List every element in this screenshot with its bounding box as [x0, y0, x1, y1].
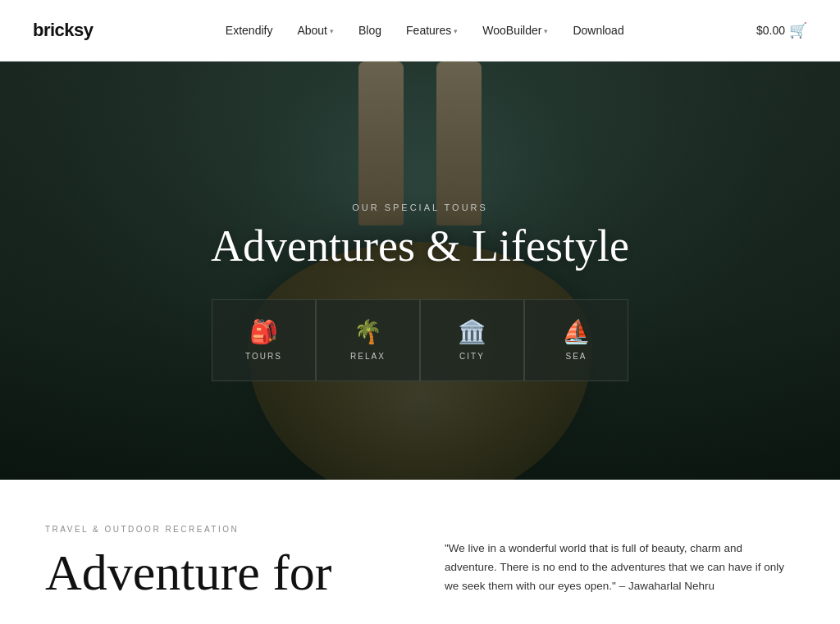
lower-right: "We live in a wonderful world that is fu…: [445, 525, 795, 598]
cart-price: $0.00: [756, 24, 785, 37]
cart-area[interactable]: $0.00 🛒: [756, 21, 807, 39]
lower-left: TRAVEL & OUTDOOR RECREATION Adventure fo…: [45, 525, 395, 598]
cart-icon: 🛒: [789, 21, 807, 39]
site-header: bricksy ExtendifyAbout▾BlogFeatures▾WooB…: [0, 0, 840, 61]
hero-content: OUR SPECIAL TOURS Adventures & Lifestyle…: [133, 203, 707, 381]
city-icon: 🏛️: [458, 321, 486, 344]
nav-item-extendify[interactable]: Extendify: [216, 17, 283, 43]
lower-title: Adventure for: [45, 547, 395, 598]
nav-label: Blog: [358, 24, 381, 37]
tour-cards-row: 🎒TOURS🌴RELAX🏛️CITY⛵SEA: [133, 299, 707, 381]
tour-card-relax[interactable]: 🌴RELAX: [316, 299, 420, 381]
tour-card-label: SEA: [565, 352, 587, 361]
tour-card-label: RELAX: [350, 352, 386, 361]
tour-card-tours[interactable]: 🎒TOURS: [212, 299, 316, 381]
relax-icon: 🌴: [354, 321, 382, 344]
chevron-down-icon: ▾: [544, 27, 548, 35]
nav-item-blog[interactable]: Blog: [349, 17, 391, 43]
hero-title: Adventures & Lifestyle: [133, 222, 707, 271]
lower-category: TRAVEL & OUTDOOR RECREATION: [45, 525, 395, 534]
nav-label: Extendify: [226, 24, 273, 37]
nav-label: About: [297, 24, 327, 37]
nav-item-about[interactable]: About▾: [287, 17, 344, 43]
hero-subtitle: OUR SPECIAL TOURS: [133, 203, 707, 212]
lower-section: TRAVEL & OUTDOOR RECREATION Adventure fo…: [0, 480, 840, 624]
nav-label: WooBuilder: [482, 24, 541, 37]
nav-item-download[interactable]: Download: [563, 17, 633, 43]
hero-section: OUR SPECIAL TOURS Adventures & Lifestyle…: [0, 61, 840, 480]
lower-quote: "We live in a wonderful world that is fu…: [445, 540, 795, 596]
nav-label: Download: [573, 24, 623, 37]
nav-item-features[interactable]: Features▾: [396, 17, 468, 43]
nav-label: Features: [406, 24, 451, 37]
chevron-down-icon: ▾: [330, 27, 334, 35]
tour-card-city[interactable]: 🏛️CITY: [420, 299, 524, 381]
tour-card-label: TOURS: [245, 352, 282, 361]
tours-icon: 🎒: [249, 321, 278, 344]
tour-card-label: CITY: [459, 352, 485, 361]
chevron-down-icon: ▾: [454, 27, 458, 35]
nav-item-woobuilder[interactable]: WooBuilder▾: [472, 17, 558, 43]
main-nav: ExtendifyAbout▾BlogFeatures▾WooBuilder▾D…: [216, 17, 634, 43]
tour-card-sea[interactable]: ⛵SEA: [524, 299, 628, 381]
sea-icon: ⛵: [562, 321, 591, 344]
site-logo[interactable]: bricksy: [33, 20, 94, 41]
